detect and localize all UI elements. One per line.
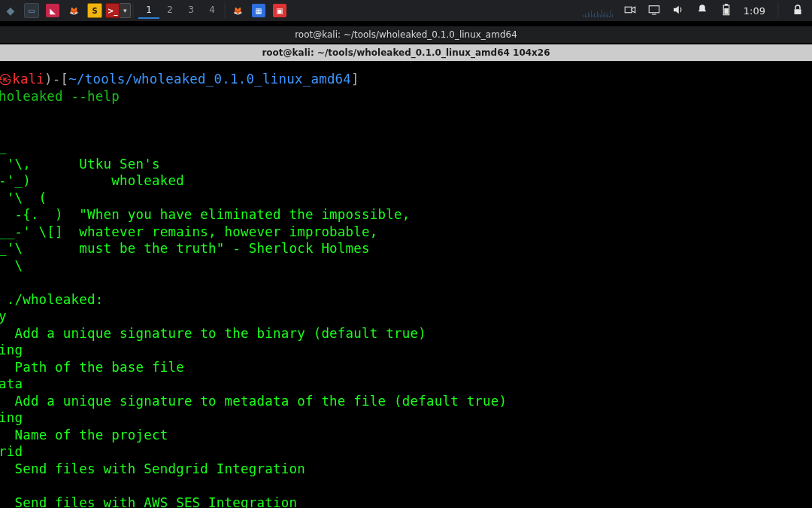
terminal-viewport[interactable]: root㉿kali)-[~/tools/wholeaked_0.1.0_linu… — [0, 62, 812, 508]
folder-icon: ▭ — [24, 3, 39, 18]
terminal-launcher[interactable]: >_ ▾ — [105, 0, 131, 21]
flag-desc: Name of the project — [14, 427, 168, 443]
calendar-taskbutton[interactable]: ▦ — [248, 0, 269, 21]
workspace-switcher: 1 2 3 4 — [138, 2, 223, 19]
taskbar: ◆ ▭ ◣ 🦊 S >_ ▾ 1 2 3 4 🦊 ▦ ▣ — [0, 0, 812, 21]
flag-name: etadata — [0, 376, 23, 391]
flag-desc: Path of the base file — [14, 360, 183, 375]
firefox-icon: 🦊 — [231, 4, 244, 17]
sublime-launcher[interactable]: S — [84, 0, 105, 21]
banner-line: _,-'_) wholeaked — [0, 173, 184, 188]
terminal-content: root㉿kali)-[~/tools/wholeaked_0.1.0_linu… — [0, 71, 812, 508]
svg-rect-4 — [725, 4, 727, 5]
network-graph — [583, 4, 613, 17]
banner-line: \ — [0, 258, 23, 273]
prompt-command: ./wholeaked --help — [0, 89, 120, 104]
svg-rect-5 — [725, 8, 729, 14]
recorder-taskbutton[interactable]: ▣ — [269, 0, 290, 21]
prompt-host: kali — [12, 71, 44, 87]
banner-line: ' '\, Utku Sen's — [0, 157, 160, 172]
note-icon: ◣ — [46, 4, 59, 17]
flag-desc: Send files with AWS SES Integration — [14, 495, 297, 509]
svg-rect-6 — [795, 9, 801, 14]
flag-name: endgrid — [0, 444, 23, 459]
flag-desc: Send files with Sendgrid Integration — [14, 461, 305, 476]
banner-line: ,'_ — [0, 139, 7, 154]
lock-tray-icon[interactable] — [791, 3, 804, 19]
workspace-4[interactable]: 4 — [201, 2, 223, 19]
workspace-2[interactable]: 2 — [159, 2, 180, 19]
taskbar-separator — [224, 3, 226, 18]
firefox-taskbutton[interactable]: 🦊 — [227, 0, 248, 21]
window-titlebar[interactable]: root@kali: ~/tools/wholeaked_0.1.0_linux… — [0, 26, 812, 43]
calendar-icon: ▦ — [252, 4, 265, 17]
volume-tray-icon[interactable] — [671, 3, 685, 19]
file-manager-launcher[interactable]: ▭ — [21, 0, 42, 21]
flag-desc: Add a unique signature to metadata of th… — [14, 394, 507, 409]
display-tray-icon[interactable] — [647, 3, 661, 19]
svg-rect-0 — [625, 7, 632, 13]
tray: 1:09 — [583, 3, 812, 19]
banner-line: ' |' -{. ) "When you have eliminated the… — [0, 207, 410, 222]
workspace-1[interactable]: 1 — [138, 2, 159, 19]
terminal-icon: >_ — [105, 3, 120, 18]
terminal-dropdown-icon[interactable]: ▾ — [120, 3, 131, 18]
window-title-text: root@kali: ~/tools/wholeaked_0.1.0_linux… — [295, 29, 517, 40]
flag-name: string — [0, 410, 23, 425]
clock[interactable]: 1:09 — [744, 5, 765, 17]
terminal-titlebar[interactable]: root@kali: ~/tools/wholeaked_0.1.0_linux… — [0, 44, 812, 61]
camera-tray-icon[interactable] — [623, 3, 637, 19]
firefox-launcher[interactable]: 🦊 — [63, 0, 84, 21]
flag-name: string — [0, 342, 23, 357]
svg-rect-1 — [649, 5, 659, 12]
text-editor-launcher[interactable]: ◣ — [42, 0, 63, 21]
workspace-3[interactable]: 3 — [180, 2, 201, 19]
firefox-icon: 🦊 — [67, 4, 80, 17]
notifications-tray-icon[interactable] — [695, 3, 709, 19]
usage-header: e of ./wholeaked: — [0, 292, 104, 307]
prompt-path: ~/tools/wholeaked_0.1.0_linux_amd64 — [68, 71, 351, 87]
kali-menu-button[interactable]: ◆ — [0, 0, 21, 21]
flag-name: inary — [0, 309, 7, 324]
taskbar-separator — [777, 3, 779, 18]
s-app-icon: S — [87, 3, 102, 18]
recorder-icon: ▣ — [273, 4, 286, 17]
banner-line: '-_'\ must be the truth" - Sherlock Holm… — [0, 241, 370, 256]
terminal-title-text: root@kali: ~/tools/wholeaked_0.1.0_linux… — [262, 47, 550, 58]
flag-desc: Add a unique signature to the binary (de… — [14, 326, 426, 341]
battery-tray-icon[interactable] — [720, 3, 733, 19]
banner-line: ##c '\ ( — [0, 190, 47, 205]
taskbar-separator — [132, 3, 134, 18]
banner-line: /\__-' \[] whatever remains, however imp… — [0, 224, 378, 239]
